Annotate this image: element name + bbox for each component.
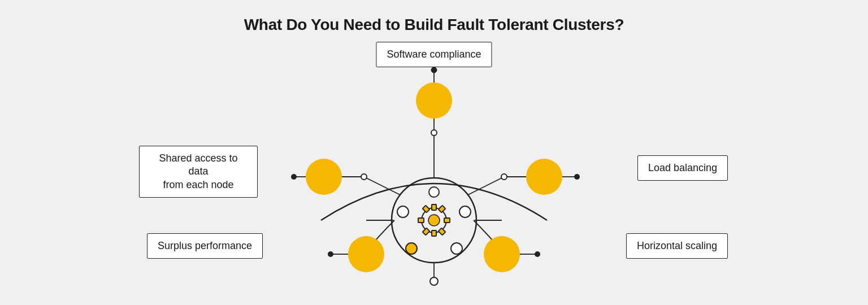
svg-point-29 bbox=[431, 67, 437, 73]
svg-point-21 bbox=[397, 206, 409, 217]
surplus-performance-label: Surplus performance bbox=[147, 233, 263, 259]
svg-point-2 bbox=[428, 215, 440, 226]
svg-point-43 bbox=[535, 251, 540, 257]
svg-line-15 bbox=[468, 178, 502, 195]
svg-point-25 bbox=[429, 187, 439, 197]
svg-point-40 bbox=[328, 251, 333, 257]
svg-point-33 bbox=[291, 174, 297, 180]
svg-rect-10 bbox=[423, 228, 430, 236]
svg-point-22 bbox=[459, 206, 471, 217]
svg-rect-6 bbox=[418, 218, 424, 223]
svg-point-16 bbox=[501, 174, 507, 180]
svg-point-31 bbox=[306, 159, 342, 195]
svg-point-14 bbox=[361, 174, 367, 180]
svg-line-13 bbox=[366, 178, 400, 195]
svg-point-38 bbox=[348, 236, 384, 272]
shared-access-text: Shared access to data from each node bbox=[159, 152, 237, 190]
svg-rect-4 bbox=[432, 230, 436, 236]
svg-point-23 bbox=[406, 243, 417, 254]
svg-point-20 bbox=[430, 277, 438, 285]
horizontal-scaling-label: Horizontal scaling bbox=[626, 233, 728, 259]
svg-rect-3 bbox=[432, 204, 436, 210]
page-container: What Do You Need to Build Fault Tolerant… bbox=[0, 0, 868, 305]
svg-point-12 bbox=[431, 130, 437, 136]
svg-rect-7 bbox=[439, 206, 446, 213]
svg-point-41 bbox=[484, 236, 520, 272]
diagram-area: Software compliance Shared access to dat… bbox=[123, 40, 745, 288]
svg-point-24 bbox=[451, 243, 462, 254]
svg-rect-9 bbox=[439, 228, 446, 236]
svg-point-37 bbox=[574, 174, 580, 180]
svg-rect-5 bbox=[444, 218, 450, 223]
software-compliance-label: Software compliance bbox=[376, 42, 492, 67]
svg-rect-8 bbox=[423, 206, 430, 213]
load-balancing-label: Load balancing bbox=[637, 155, 728, 181]
svg-point-35 bbox=[526, 159, 562, 195]
page-title: What Do You Need to Build Fault Tolerant… bbox=[244, 16, 624, 34]
shared-access-label: Shared access to data from each node bbox=[139, 146, 258, 198]
svg-point-27 bbox=[416, 82, 452, 119]
